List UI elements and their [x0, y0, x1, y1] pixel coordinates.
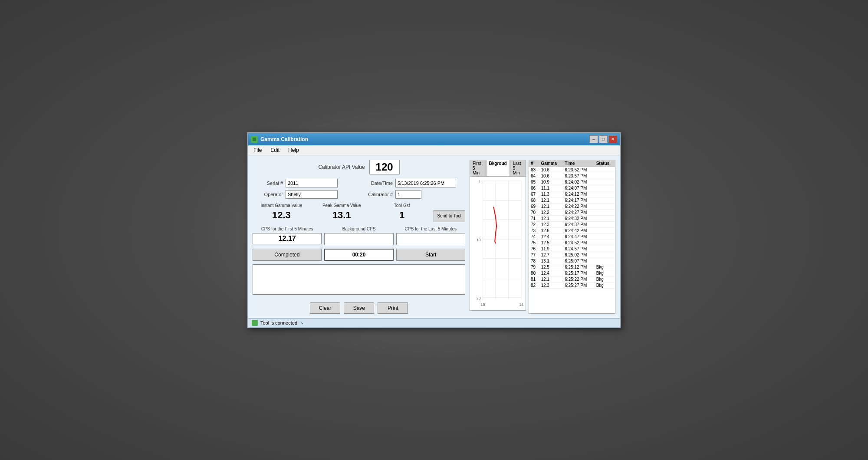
status-text: Tool is connected: [260, 320, 297, 325]
cell-time: 6:24:57 PM: [563, 246, 595, 252]
cell-gamma: 12.3: [539, 221, 563, 227]
tab-last5[interactable]: Last 5 Min: [510, 160, 526, 176]
cps-last5-input[interactable]: [396, 233, 465, 245]
tab-first5[interactable]: First 5 Min: [470, 160, 486, 176]
cell-num: 77: [529, 252, 539, 258]
start-button[interactable]: Start: [396, 249, 465, 261]
send-to-tool-button[interactable]: Send to Tool: [434, 210, 465, 222]
tool-gsf-box: Tool Gsf 1: [373, 203, 431, 222]
peak-gamma-label: Peak Gamma Value: [322, 203, 361, 208]
cell-num: 80: [529, 270, 539, 276]
cell-status: [595, 173, 615, 179]
instant-gamma-value: 12.3: [272, 210, 291, 221]
menu-bar: File Edit Help: [248, 145, 620, 155]
svg-text:1: 1: [479, 179, 481, 184]
cell-time: 6:24:37 PM: [563, 221, 595, 227]
cell-gamma: 12.1: [539, 203, 563, 209]
cell-gamma: 12.4: [539, 270, 563, 276]
cell-time: 6:24:32 PM: [563, 215, 595, 221]
top-section: Calibrator API Value 120 Serial # Date/T…: [253, 160, 615, 314]
print-button[interactable]: Print: [378, 302, 408, 314]
maximize-button[interactable]: □: [599, 135, 608, 143]
cell-num: 74: [529, 233, 539, 240]
cell-time: 6:23:57 PM: [563, 173, 595, 179]
instant-gamma-label: Instant Gamma Value: [260, 203, 302, 208]
timer-button[interactable]: 00:20: [324, 249, 394, 261]
cell-num: 75: [529, 240, 539, 246]
save-button[interactable]: Save: [344, 302, 374, 314]
cell-time: 6:24:07 PM: [563, 185, 595, 191]
cell-time: 6:23:52 PM: [563, 167, 595, 173]
cell-gamma: 13.1: [539, 258, 563, 264]
table-row: 75 12.5 6:24:52 PM: [529, 240, 615, 246]
cell-status: [595, 209, 615, 215]
close-button[interactable]: ✕: [608, 135, 617, 143]
cell-gamma: 12.5: [539, 264, 563, 270]
cell-status: Bkg: [595, 282, 615, 288]
datetime-label: Date/Time: [360, 181, 393, 186]
main-window: Gamma Calibration – □ ✕ File Edit Help C…: [247, 132, 621, 328]
notes-textarea[interactable]: [253, 264, 465, 295]
calibrator-input[interactable]: [395, 190, 421, 199]
menu-edit[interactable]: Edit: [269, 146, 281, 154]
table-row: 78 13.1 6:25:07 PM: [529, 258, 615, 264]
table-row: 63 10.6 6:23:52 PM: [529, 167, 615, 173]
cell-gamma: 12.2: [539, 209, 563, 215]
cell-gamma: 11.9: [539, 246, 563, 252]
cell-gamma: 10.6: [539, 167, 563, 173]
status-bar: Tool is connected ↘: [248, 318, 620, 327]
table-row: 72 12.3 6:24:37 PM: [529, 221, 615, 227]
menu-file[interactable]: File: [252, 146, 263, 154]
cps-background-input[interactable]: [324, 233, 393, 245]
menu-help[interactable]: Help: [286, 146, 301, 154]
cell-status: [595, 233, 615, 240]
right-section: First 5 Min Bkgroud Last 5 Min: [470, 160, 615, 314]
minimize-button[interactable]: –: [589, 135, 598, 143]
datetime-row: Date/Time: [360, 179, 465, 187]
cell-status: [595, 252, 615, 258]
cell-gamma: 11.1: [539, 185, 563, 191]
tab-bkgroud[interactable]: Bkgroud: [486, 160, 510, 176]
resize-handle[interactable]: ↘: [300, 320, 303, 325]
operator-input[interactable]: [286, 190, 338, 199]
left-panel: Calibrator API Value 120 Serial # Date/T…: [253, 160, 465, 314]
datetime-input[interactable]: [395, 179, 456, 187]
serial-input[interactable]: [286, 179, 338, 187]
table-row: 65 10.9 6:24:02 PM: [529, 179, 615, 185]
table-row: 64 10.6 6:23:57 PM: [529, 173, 615, 179]
peak-gamma-value: 13.1: [332, 210, 351, 221]
cell-time: 6:24:42 PM: [563, 227, 595, 233]
calibrator-row: Calibrator #: [360, 190, 465, 199]
col-header-time: Time: [563, 160, 595, 167]
cell-status: [595, 203, 615, 209]
table-row: 79 12.5 6:25:12 PM Bkg: [529, 264, 615, 270]
cell-num: 82: [529, 282, 539, 288]
cell-status: Bkg: [595, 276, 615, 282]
tool-gsf-label: Tool Gsf: [394, 203, 410, 208]
data-table-scroll[interactable]: # Gamma Time Status 63 10.6 6:23:52 PM 6…: [529, 160, 615, 295]
clear-button[interactable]: Clear: [310, 302, 341, 314]
cell-time: 6:24:22 PM: [563, 203, 595, 209]
completed-button[interactable]: Completed: [253, 249, 322, 261]
table-row: 76 11.9 6:24:57 PM: [529, 246, 615, 252]
col-header-gamma: Gamma: [539, 160, 563, 167]
cell-num: 67: [529, 191, 539, 197]
cell-time: 6:24:52 PM: [563, 240, 595, 246]
cell-gamma: 12.6: [539, 227, 563, 233]
cell-status: [595, 179, 615, 185]
cell-num: 73: [529, 227, 539, 233]
cell-num: 79: [529, 264, 539, 270]
cell-gamma: 12.1: [539, 197, 563, 203]
cell-time: 6:25:12 PM: [563, 264, 595, 270]
cps-first5-value: 12.17: [253, 233, 322, 244]
table-row: 82 12.3 6:25:27 PM Bkg: [529, 282, 615, 288]
cps-background-label: Background CPS: [342, 227, 376, 231]
table-row: 80 12.4 6:25:17 PM Bkg: [529, 270, 615, 276]
table-row: 66 11.1 6:24:07 PM: [529, 185, 615, 191]
cell-num: 69: [529, 203, 539, 209]
cell-status: [595, 167, 615, 173]
title-controls: – □ ✕: [589, 135, 617, 143]
status-icon: [252, 320, 258, 326]
calibrator-api-value: 120: [369, 160, 400, 174]
table-row: 77 12.7 6:25:02 PM: [529, 252, 615, 258]
